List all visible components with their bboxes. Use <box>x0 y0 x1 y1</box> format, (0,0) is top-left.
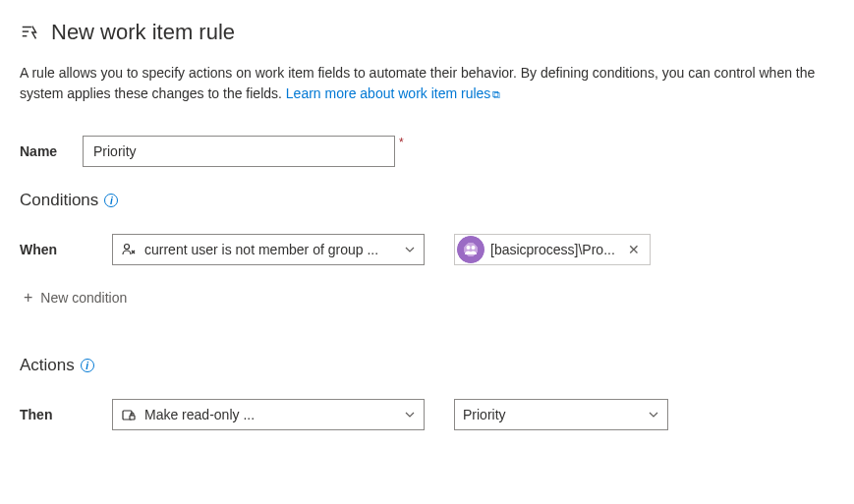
page-header: New work item rule <box>20 20 834 45</box>
close-icon[interactable]: ✕ <box>624 240 644 259</box>
plus-icon: + <box>24 289 32 307</box>
actions-title-text: Actions <box>20 356 75 375</box>
required-indicator: * <box>399 136 404 149</box>
conditions-title-text: Conditions <box>20 191 98 210</box>
page-title: New work item rule <box>51 20 235 45</box>
action-field-dropdown[interactable]: Priority <box>454 399 668 430</box>
action-type-text: Make read-only ... <box>144 407 396 422</box>
then-label: Then <box>20 407 83 422</box>
group-avatar-icon <box>457 236 484 263</box>
external-link-icon: ⧉ <box>492 88 500 100</box>
name-input[interactable] <box>83 136 395 167</box>
action-type-dropdown[interactable]: Make read-only ... <box>112 399 425 430</box>
readonly-icon <box>121 407 137 422</box>
chevron-down-icon <box>648 409 659 420</box>
action-row: Then Make read-only ... Priority <box>20 399 834 430</box>
info-icon[interactable]: i <box>104 194 118 207</box>
actions-heading: Actions i <box>20 356 834 375</box>
condition-type-dropdown[interactable]: current user is not member of group ... <box>112 234 425 265</box>
condition-type-text: current user is not member of group ... <box>144 242 396 257</box>
name-row: Name * <box>20 136 834 167</box>
page-description: A rule allows you to specify actions on … <box>20 63 834 104</box>
svg-point-6 <box>467 246 471 250</box>
condition-row: When current user is not member of group… <box>20 234 834 265</box>
add-condition-button[interactable]: + New condition <box>24 289 834 307</box>
when-label: When <box>20 242 83 257</box>
name-label: Name <box>20 143 83 159</box>
learn-more-link[interactable]: Learn more about work item rules⧉ <box>286 85 501 101</box>
svg-point-3 <box>125 245 130 250</box>
group-chip: [basicprocess]\Pro... ✕ <box>454 234 651 265</box>
info-icon[interactable]: i <box>81 359 94 372</box>
svg-point-7 <box>472 246 476 250</box>
action-field-text: Priority <box>463 407 640 422</box>
chevron-down-icon <box>404 409 416 420</box>
add-condition-label: New condition <box>40 290 127 306</box>
chevron-down-icon <box>404 244 416 255</box>
conditions-heading: Conditions i <box>20 191 834 210</box>
rule-icon <box>20 22 41 43</box>
user-x-icon <box>121 242 137 257</box>
svg-rect-9 <box>130 416 135 420</box>
group-name: [basicprocess]\Pro... <box>490 242 618 257</box>
